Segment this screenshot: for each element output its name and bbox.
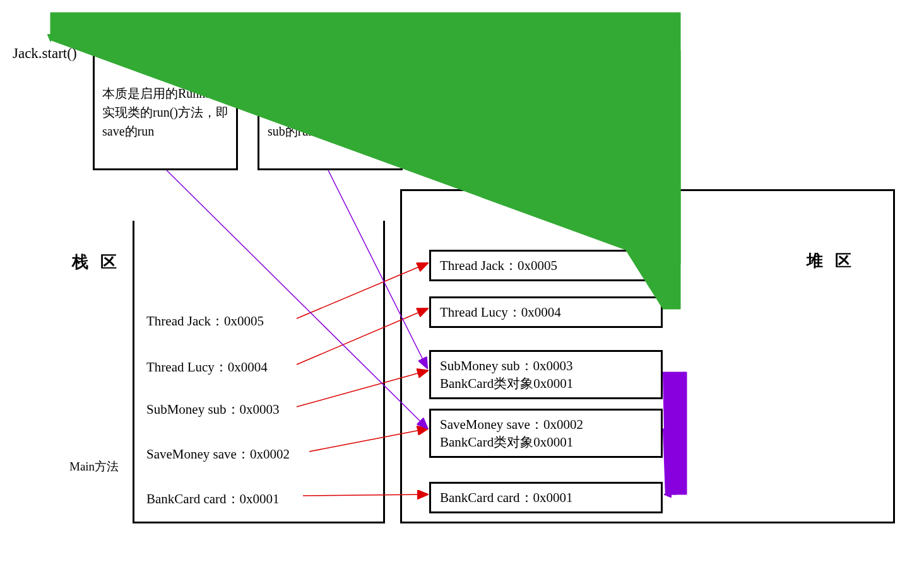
sub-run-text: 本质是启用的Runnalbe实现类的run()方法，即sub的run bbox=[268, 84, 394, 141]
heap-item-save: SaveMoney save：0x0002 BankCard类对象0x0001 bbox=[429, 409, 663, 458]
heap-sub-line1: SubMoney sub：0x0003 bbox=[440, 358, 573, 373]
stack-item-jack: Thread Jack：0x0005 bbox=[146, 312, 264, 330]
heap-lucy-text: Thread Lucy：0x0004 bbox=[440, 305, 561, 320]
heap-sub-line2: BankCard类对象0x0001 bbox=[440, 376, 573, 391]
save-run-text: 本质是启用的Runnalbe实现类的run()方法，即save的run bbox=[102, 84, 228, 141]
jack-start-label: Jack.start() bbox=[13, 45, 77, 62]
heap-item-lucy: Thread Lucy：0x0004 bbox=[429, 296, 663, 328]
heap-save-line1: SaveMoney save：0x0002 bbox=[440, 417, 583, 432]
stack-area-label: 栈 区 bbox=[72, 251, 121, 273]
lucy-start-label: Lucy.start() bbox=[408, 44, 475, 61]
heap-item-sub: SubMoney sub：0x0003 BankCard类对象0x0001 bbox=[429, 350, 663, 399]
heap-item-jack: Thread Jack：0x0005 bbox=[429, 250, 663, 281]
heap-save-line2: BankCard类对象0x0001 bbox=[440, 435, 573, 450]
heap-item-card: BankCard card：0x0001 bbox=[429, 482, 663, 513]
main-method-label: Main方法 bbox=[69, 458, 119, 475]
stack-item-lucy: Thread Lucy：0x0004 bbox=[146, 358, 268, 376]
stack-item-card: BankCard card：0x0001 bbox=[146, 490, 280, 508]
heap-card-text: BankCard card：0x0001 bbox=[440, 490, 573, 505]
stack-item-sub: SubMoney sub：0x0003 bbox=[146, 400, 280, 418]
heap-jack-text: Thread Jack：0x0005 bbox=[440, 258, 557, 273]
stack-item-save: SaveMoney save：0x0002 bbox=[146, 445, 290, 463]
